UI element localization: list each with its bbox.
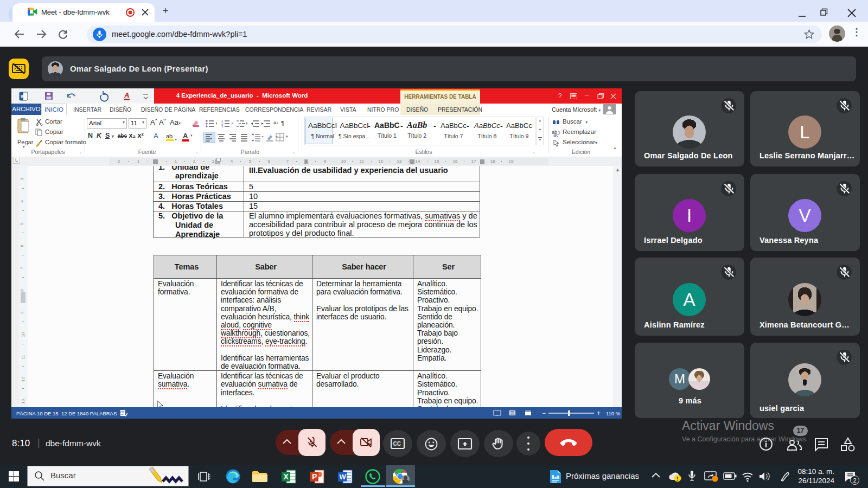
svg-text:A↓: A↓	[273, 120, 278, 125]
svg-text:!: !	[676, 476, 678, 482]
svg-text:ab: ab	[166, 133, 173, 139]
svg-text:¶: ¶	[281, 120, 284, 126]
svg-text:W: W	[21, 94, 25, 99]
svg-text:ac: ac	[553, 132, 559, 137]
svg-text:A: A	[124, 91, 129, 99]
svg-text:3: 3	[221, 125, 224, 127]
svg-text:CC: CC	[393, 441, 401, 447]
svg-text:X: X	[284, 472, 289, 481]
svg-text:P: P	[312, 472, 317, 481]
svg-text:W: W	[340, 473, 347, 481]
